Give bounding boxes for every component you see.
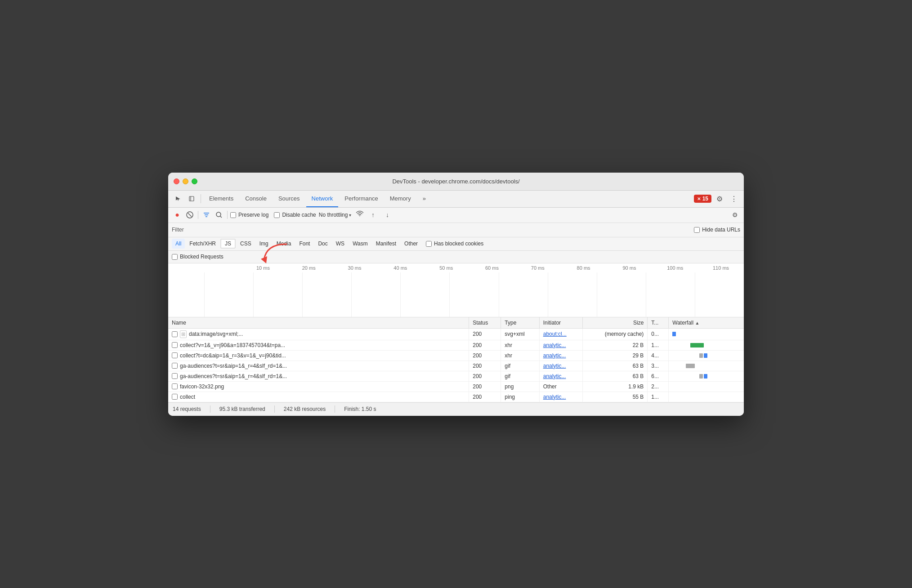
tab-performance[interactable]: Performance [339, 190, 383, 207]
table-row[interactable]: collect?t=dc&aip=1&_r=3&v=1&_v=j90&tid..… [168, 350, 744, 361]
search-btn[interactable] [214, 209, 224, 220]
cursor-icon-btn[interactable] [172, 192, 184, 205]
col-size[interactable]: Size [582, 317, 647, 329]
type-btn-fetchxhr[interactable]: Fetch/XHR [186, 239, 219, 249]
filter-toggle-btn[interactable] [201, 209, 212, 220]
row-checkbox-5[interactable] [172, 383, 178, 389]
row-checkbox-2[interactable] [172, 352, 178, 358]
row-checkbox-0[interactable] [172, 331, 178, 337]
upload-btn[interactable]: ↑ [367, 209, 378, 220]
minimize-button[interactable] [183, 178, 188, 184]
throttle-select[interactable]: No throttling ▾ [319, 212, 352, 218]
type-btn-doc[interactable]: Doc [314, 239, 331, 249]
type-btn-css[interactable]: CSS [237, 239, 255, 249]
cell-name-6[interactable]: collect [168, 392, 469, 402]
cell-name-1[interactable]: collect?v=1&_v=j90&a=1837457034&t=pa... [168, 340, 469, 350]
tab-memory[interactable]: Memory [384, 190, 416, 207]
hide-urls-label[interactable]: Hide data URLs [694, 227, 740, 233]
tab-network[interactable]: Network [306, 190, 339, 207]
more-btn[interactable]: ⋮ [728, 192, 740, 205]
col-initiator[interactable]: Initiator [539, 317, 582, 329]
network-settings-btn[interactable]: ⚙ [729, 209, 740, 220]
type-btn-js[interactable]: JS [220, 239, 236, 249]
row-checkbox-3[interactable] [172, 363, 178, 369]
table-row[interactable]: ga-audiences?t=sr&aip=1&_r=4&slf_rd=1&..… [168, 371, 744, 381]
timeline-col-6 [499, 272, 548, 317]
cell-size-1: 22 B [582, 340, 647, 350]
type-btn-ws[interactable]: WS [332, 239, 348, 249]
timeline-labels: 10 ms 20 ms 30 ms 40 ms 50 ms 60 ms 70 m… [168, 263, 744, 271]
maximize-button[interactable] [192, 178, 197, 184]
cell-name-0[interactable]: ⊞data:image/svg+xml;... [168, 328, 469, 340]
inspect-icon-btn[interactable] [185, 192, 198, 205]
waterfall-bar-1 [690, 343, 704, 347]
tab-sources[interactable]: Sources [273, 190, 305, 207]
table-row[interactable]: collect?v=1&_v=j90&a=1837457034&t=pa...2… [168, 340, 744, 350]
cell-initiator-1[interactable]: analytic... [539, 340, 582, 350]
cell-initiator-0[interactable]: about:cl... [539, 328, 582, 340]
finish-time: Finish: 1.50 s [344, 406, 376, 412]
settings-btn[interactable]: ⚙ [713, 192, 726, 205]
preserve-log-label[interactable]: Preserve log [230, 212, 268, 218]
initiator-link-4[interactable]: analytic... [543, 373, 566, 379]
blocked-requests-checkbox[interactable] [172, 254, 178, 260]
svg-point-7 [216, 212, 221, 217]
initiator-link-2[interactable]: analytic... [543, 352, 566, 359]
col-type[interactable]: Type [501, 317, 539, 329]
tab-console[interactable]: Console [240, 190, 272, 207]
row-checkbox-1[interactable] [172, 342, 178, 348]
record-btn[interactable]: ● [172, 209, 183, 220]
table-row[interactable]: collect200pinganalytic...55 B1... [168, 392, 744, 402]
type-btn-all[interactable]: All [172, 239, 185, 249]
disable-cache-checkbox[interactable] [274, 212, 280, 218]
cell-name-4[interactable]: ga-audiences?t=sr&aip=1&_r=4&slf_rd=1&..… [168, 371, 469, 381]
cell-initiator-2[interactable]: analytic... [539, 350, 582, 361]
timeline-col-3 [351, 272, 400, 317]
type-btn-media[interactable]: Media [273, 239, 295, 249]
col-waterfall[interactable]: Waterfall ▲ [669, 317, 744, 329]
cell-name-2[interactable]: collect?t=dc&aip=1&_r=3&v=1&_v=j90&tid..… [168, 350, 469, 361]
clear-btn[interactable] [184, 209, 195, 220]
type-btn-img[interactable]: Img [256, 239, 272, 249]
download-btn[interactable]: ↓ [382, 209, 393, 220]
cell-status-3: 200 [469, 361, 501, 371]
type-btn-wasm[interactable]: Wasm [349, 239, 371, 249]
type-btn-other[interactable]: Other [401, 239, 421, 249]
waterfall-sort-icon: ▲ [695, 321, 700, 325]
tab-elements[interactable]: Elements [204, 190, 239, 207]
error-badge[interactable]: ✕ 15 [694, 195, 711, 203]
cell-initiator-4[interactable]: analytic... [539, 371, 582, 381]
type-btn-font[interactable]: Font [295, 239, 313, 249]
col-name[interactable]: Name [168, 317, 469, 329]
type-btn-manifest[interactable]: Manifest [372, 239, 400, 249]
initiator-link-3[interactable]: analytic... [543, 363, 566, 369]
initiator-link-0[interactable]: about:cl... [543, 331, 567, 337]
cell-time-5: 2... [648, 381, 669, 392]
cell-name-5[interactable]: favicon-32x32.png [168, 381, 469, 392]
hide-urls-checkbox[interactable] [694, 227, 700, 233]
cell-name-3[interactable]: ga-audiences?t=sr&aip=1&_r=4&slf_rd=1&..… [168, 361, 469, 371]
initiator-link-1[interactable]: analytic... [543, 342, 566, 348]
preserve-log-checkbox[interactable] [230, 212, 236, 218]
cell-initiator-3[interactable]: analytic... [539, 361, 582, 371]
timeline-label-0: 10 ms [240, 265, 286, 271]
initiator-link-6[interactable]: analytic... [543, 394, 566, 400]
row-name-text-2: collect?t=dc&aip=1&_r=3&v=1&_v=j90&tid..… [180, 352, 286, 359]
table-row[interactable]: ⊞data:image/svg+xml;...200svg+xmlabout:c… [168, 328, 744, 340]
network-toolbar: ● Preserve log [168, 208, 744, 223]
type-filter-row: All Fetch/XHR JS CSS Img Media Font Doc [168, 237, 744, 251]
disable-cache-label[interactable]: Disable cache [274, 212, 316, 218]
col-time[interactable]: T... [648, 317, 669, 329]
row-checkbox-4[interactable] [172, 373, 178, 379]
blocked-cookies-label[interactable]: Has blocked cookies [426, 241, 483, 247]
close-button[interactable] [174, 178, 179, 184]
tab-more[interactable]: » [417, 190, 431, 207]
timeline-col-5 [449, 272, 498, 317]
table-row[interactable]: ga-audiences?t=sr&aip=1&_r=4&slf_rd=1&..… [168, 361, 744, 371]
row-checkbox-6[interactable] [172, 394, 178, 400]
table-row[interactable]: favicon-32x32.png200pngOther1.9 kB2... [168, 381, 744, 392]
cell-initiator-6[interactable]: analytic... [539, 392, 582, 402]
col-status[interactable]: Status [469, 317, 501, 329]
timeline-col-0 [204, 272, 253, 317]
blocked-cookies-checkbox[interactable] [426, 241, 432, 247]
